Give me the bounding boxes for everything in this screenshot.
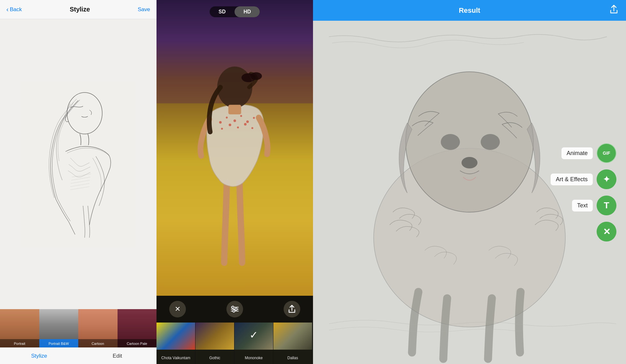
filter-chota-label: Chota Vaikuntam	[156, 356, 195, 360]
text-icon: T	[604, 200, 609, 211]
svg-point-11	[244, 123, 247, 126]
girl-sketch-svg	[21, 81, 136, 247]
tab-edit[interactable]: Edit	[78, 348, 156, 364]
svg-point-4	[233, 120, 236, 122]
svg-point-3	[226, 117, 228, 119]
filter-gothic-label: Gothic	[195, 356, 234, 360]
svg-point-12	[251, 127, 253, 129]
stylize-panel: ‹ Back Stylize Save	[0, 0, 156, 364]
painted-scene-bg	[156, 0, 313, 296]
svg-point-15	[250, 72, 262, 80]
svg-point-2	[219, 121, 222, 124]
sliders-button[interactable]	[226, 301, 243, 317]
thumb-cartoon-pale[interactable]: Cartoon Pale	[118, 309, 157, 347]
svg-point-10	[237, 127, 239, 129]
result-title: Result	[459, 6, 480, 15]
panel1-header: ‹ Back Stylize Save	[0, 0, 156, 19]
bottom-tabs: Stylize Edit	[0, 347, 156, 364]
stylize-tab-label: Stylize	[31, 353, 47, 359]
close-action-row: ✕	[597, 222, 616, 241]
result-share-button[interactable]	[609, 4, 618, 16]
thumb-portrait-label: Portrait	[14, 342, 25, 345]
svg-point-7	[253, 117, 255, 119]
thumb-portrait[interactable]: Portrait	[0, 309, 39, 347]
svg-point-28	[462, 157, 477, 168]
sd-quality-button[interactable]: SD	[210, 6, 234, 17]
sliders-icon	[230, 306, 239, 313]
result-share-icon	[609, 4, 618, 14]
thumb-cartoon-label-bg: Cartoon	[78, 339, 118, 347]
filter-mononoke[interactable]: ✓ Mononoke	[234, 323, 273, 364]
result-image-area: Animate GIF Art & Effects ✦ Text T	[313, 21, 626, 364]
hd-quality-button[interactable]: HD	[235, 6, 260, 17]
sketch-image-area	[0, 19, 156, 309]
svg-rect-0	[21, 81, 136, 247]
hd-label: HD	[244, 9, 251, 14]
edit-tab-label: Edit	[113, 353, 122, 359]
painted-figure-svg	[156, 0, 313, 296]
svg-point-20	[235, 308, 237, 310]
animate-action-row: Animate GIF	[561, 143, 616, 163]
selected-checkmark: ✓	[249, 329, 258, 341]
filter-chota[interactable]: Chota Vaikuntam	[156, 323, 195, 364]
filter-chota-preview	[156, 323, 195, 350]
filter-gothic[interactable]: Gothic	[195, 323, 234, 364]
filter-dallas[interactable]: Dallas	[273, 323, 312, 364]
thumb-cartoon[interactable]: Cartoon	[78, 309, 118, 347]
art-effects-label: Art & Effects	[551, 174, 593, 185]
result-panel: Result	[313, 0, 626, 364]
thumb-cartoon-label: Cartoon	[92, 342, 104, 345]
filter-panel: SD HD	[156, 0, 313, 364]
share-button[interactable]	[284, 301, 300, 317]
filter-preview-image	[156, 0, 313, 296]
style-thumbnails: Portrait Portrait B&W Cartoon Cartoon Pa…	[0, 309, 156, 347]
gif-icon: GIF	[603, 151, 610, 156]
close-filter-button[interactable]: ✕	[169, 301, 186, 317]
art-effects-action-row: Art & Effects ✦	[551, 169, 616, 189]
svg-point-18	[232, 306, 234, 308]
thumb-portrait-label-bg: Portrait	[0, 339, 39, 347]
thumb-pale-label-bg: Cartoon Pale	[118, 339, 157, 347]
art-effects-button[interactable]: ✦	[597, 169, 616, 189]
svg-point-8	[221, 128, 223, 130]
close-icon: ✕	[175, 305, 180, 313]
svg-point-9	[229, 124, 231, 126]
svg-rect-16	[228, 105, 241, 115]
result-header: Result	[313, 0, 626, 21]
animate-button[interactable]: GIF	[597, 143, 616, 163]
sparkle-icon: ✦	[603, 175, 610, 184]
close-x-icon: ✕	[603, 227, 610, 237]
animate-label: Animate	[561, 147, 593, 159]
tab-stylize[interactable]: Stylize	[0, 348, 78, 364]
filter-dallas-label: Dallas	[273, 356, 312, 360]
sketch-canvas	[0, 19, 156, 309]
chevron-left-icon: ‹	[6, 6, 9, 13]
svg-point-26	[441, 134, 460, 150]
filter-gothic-preview	[195, 323, 234, 350]
share-icon	[288, 305, 296, 314]
svg-point-22	[233, 310, 235, 312]
sd-label: SD	[218, 9, 225, 14]
thumb-portrait-bw[interactable]: Portrait B&W	[39, 309, 79, 347]
page-title: Stylize	[70, 6, 90, 13]
filter-toolbar: ✕	[156, 296, 313, 323]
thumb-pale-label: Cartoon Pale	[127, 342, 147, 345]
thumb-bw-label: Portrait B&W	[49, 342, 69, 345]
text-button[interactable]: T	[597, 196, 616, 215]
save-button[interactable]: Save	[138, 6, 150, 13]
thumb-bw-label-bg: Portrait B&W	[39, 339, 79, 347]
filter-mononoke-label: Mononoke	[234, 356, 273, 360]
svg-point-6	[246, 121, 249, 123]
svg-point-5	[240, 115, 242, 117]
svg-point-27	[481, 134, 500, 150]
text-action-row: Text T	[572, 196, 616, 215]
text-label: Text	[572, 200, 593, 212]
quality-selector: SD HD	[210, 6, 260, 17]
result-actions-panel: Animate GIF Art & Effects ✦ Text T	[551, 143, 616, 241]
back-label: Back	[10, 6, 22, 13]
back-button[interactable]: ‹ Back	[6, 6, 22, 13]
filter-dallas-preview	[273, 323, 312, 350]
filter-thumbnail-strip: Chota Vaikuntam Gothic ✓ Mononoke	[156, 323, 313, 364]
svg-point-25	[406, 72, 533, 212]
close-result-button[interactable]: ✕	[597, 222, 616, 241]
